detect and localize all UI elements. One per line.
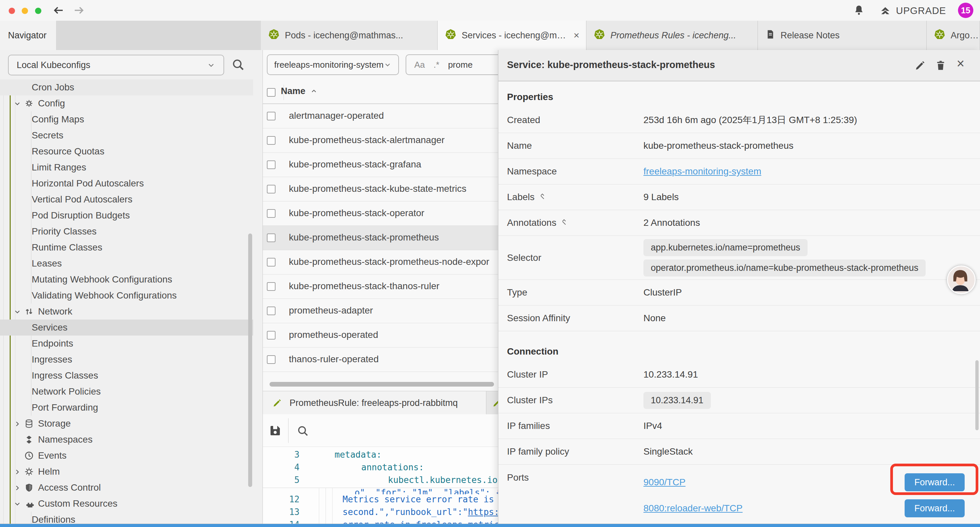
sidebar-item-runtime-classes[interactable]: Runtime Classes [0, 239, 253, 255]
sidebar-search-icon[interactable] [231, 57, 245, 72]
table-row[interactable]: kube-prometheus-stack-prometheus-node-ex… [263, 250, 498, 274]
upgrade-button[interactable]: UPGRADE [879, 5, 946, 17]
table-row[interactable]: kube-prometheus-stack-grafana [263, 153, 498, 177]
horizontal-scrollbar[interactable] [269, 382, 494, 387]
sidebar-item-network-policies[interactable]: Network Policies [0, 384, 253, 400]
dock-tab-next[interactable] [487, 391, 498, 415]
row-checkbox[interactable] [267, 161, 275, 169]
property-value: 10.233.14.91 [643, 362, 980, 387]
table-row[interactable]: prometheus-adapter [263, 299, 498, 323]
dock-tab-prometheusrule[interactable]: PrometheusRule: freeleaps-prod-rabbitmq [263, 391, 486, 415]
yaml-editor[interactable]: 3metadata:4annotations:5kubectl.kubernet… [263, 447, 498, 524]
row-checkbox[interactable] [267, 258, 275, 266]
tab-argo-se[interactable]: Argo Se [927, 21, 980, 50]
name-column-header[interactable]: Name [281, 86, 318, 96]
sidebar-item-access-control[interactable]: Access Control [0, 480, 253, 496]
sidebar-item-config-maps[interactable]: Config Maps [0, 111, 253, 127]
sidebar-item-validating-webhook-configurations[interactable]: Validating Webhook Configurations [0, 288, 253, 304]
sidebar-item-pod-disruption-budgets[interactable]: Pod Disruption Budgets [0, 207, 253, 223]
back-arrow-icon[interactable] [53, 4, 65, 16]
table-row[interactable]: kube-prometheus-stack-alertmanager [263, 128, 498, 153]
chevron-right-icon[interactable] [13, 420, 21, 428]
sidebar-scrollbar[interactable] [248, 234, 252, 487]
sidebar-item-network[interactable]: Network [0, 304, 253, 320]
chevron-right-icon[interactable] [13, 484, 21, 492]
row-checkbox[interactable] [267, 307, 275, 315]
avatar[interactable] [947, 266, 976, 294]
sidebar-item-definitions[interactable]: Definitions [0, 512, 253, 524]
sidebar-item-secrets[interactable]: Secrets [0, 127, 253, 143]
sidebar-item-endpoints[interactable]: Endpoints [0, 336, 253, 352]
regex-toggle[interactable]: .* [434, 60, 439, 70]
list-search-input[interactable]: Aa .* prome [406, 54, 498, 75]
runbook-link[interactable]: https://net [468, 507, 498, 517]
chevron-down-icon[interactable] [13, 307, 21, 315]
table-row[interactable]: prometheus-operated [263, 323, 498, 347]
table-row[interactable]: kube-prometheus-stack-kube-state-metrics [263, 177, 498, 201]
row-checkbox[interactable] [267, 209, 275, 218]
row-checkbox[interactable] [267, 355, 275, 364]
close-tab-icon[interactable]: × [573, 30, 579, 41]
forward-button[interactable]: Forward... [905, 499, 965, 517]
save-icon[interactable] [268, 424, 282, 439]
chevron-right-icon[interactable] [13, 468, 21, 476]
sidebar-item-namespaces[interactable]: Namespaces [0, 431, 253, 447]
sidebar-item-config[interactable]: Config [0, 96, 253, 111]
tab-pods-icecheng-mathmas[interactable]: Pods - icecheng@mathmas... [261, 21, 438, 50]
sidebar-item-port-forwarding[interactable]: Port Forwarding [0, 400, 253, 416]
forward-arrow-icon[interactable] [73, 4, 85, 16]
sidebar-item-events[interactable]: Events [0, 447, 253, 463]
maximize-window-button[interactable] [35, 8, 41, 14]
port-link[interactable]: 8080:reloader-web/TCP [643, 503, 743, 514]
table-row[interactable]: kube-prometheus-stack-prometheus [263, 226, 498, 250]
sidebar-item-storage[interactable]: Storage [0, 416, 253, 431]
sidebar-item-priority-classes[interactable]: Priority Classes [0, 223, 253, 239]
row-checkbox[interactable] [267, 282, 275, 291]
sort-toggle-icon[interactable] [539, 192, 546, 202]
namespace-link[interactable]: freeleaps-monitoring-system [643, 166, 761, 177]
edit-pencil-icon[interactable] [914, 59, 926, 72]
sidebar-item-custom-resources[interactable]: Custom Resources [0, 496, 253, 512]
property-row-session-affinity: Session AffinityNone [498, 306, 980, 331]
close-window-button[interactable] [9, 8, 15, 14]
tab-release-notes[interactable]: Release Notes [758, 21, 927, 50]
sidebar-item-horizontal-pod-autoscalers[interactable]: Horizontal Pod Autoscalers [0, 175, 253, 191]
table-row[interactable]: thanos-ruler-operated [263, 347, 498, 372]
notification-count-badge[interactable]: 15 [958, 3, 973, 18]
row-checkbox[interactable] [267, 136, 275, 145]
sidebar-item-ingresses[interactable]: Ingresses [0, 352, 253, 368]
select-all-checkbox[interactable] [267, 88, 275, 97]
tab-services-icecheng-math[interactable]: Services - icecheng@math...× [438, 21, 586, 50]
row-checkbox[interactable] [267, 185, 275, 193]
row-checkbox[interactable] [267, 331, 275, 339]
table-row[interactable]: kube-prometheus-stack-operator [263, 201, 498, 226]
sidebar-item-helm[interactable]: Helm [0, 463, 253, 480]
delete-trash-icon[interactable] [935, 59, 947, 72]
sidebar-item-limit-ranges[interactable]: Limit Ranges [0, 159, 253, 175]
chevron-down-icon[interactable] [13, 500, 21, 508]
chevron-down-icon[interactable] [13, 99, 21, 107]
notifications-bell-icon[interactable] [853, 4, 865, 17]
port-link[interactable]: 9090/TCP [643, 477, 686, 488]
match-case-toggle[interactable]: Aa [414, 60, 425, 70]
table-row[interactable]: alertmanager-operated [263, 104, 498, 128]
sidebar-item-mutating-webhook-configurations[interactable]: Mutating Webhook Configurations [0, 272, 253, 288]
table-row[interactable]: kube-prometheus-stack-thanos-ruler [263, 274, 498, 299]
editor-search-icon[interactable] [296, 424, 310, 439]
tab-prometheus-rules-icecheng[interactable]: Prometheus Rules - icecheng... [586, 21, 758, 50]
minimize-window-button[interactable] [22, 8, 28, 14]
sidebar-item-services[interactable]: Services [0, 320, 253, 336]
sidebar-item-vertical-pod-autoscalers[interactable]: Vertical Pod Autoscalers [0, 191, 253, 207]
sidebar-item-ingress-classes[interactable]: Ingress Classes [0, 368, 253, 384]
close-icon[interactable]: × [957, 56, 969, 68]
namespace-filter-select[interactable]: freeleaps-monitoring-system [267, 54, 399, 75]
sort-toggle-icon[interactable] [560, 218, 568, 228]
kubeconfig-select[interactable]: Local Kubeconfigs [8, 55, 224, 75]
navigator-panel-tab[interactable]: Navigator [0, 21, 56, 50]
detail-scrollbar[interactable] [975, 360, 978, 430]
sidebar-item-resource-quotas[interactable]: Resource Quotas [0, 143, 253, 159]
sidebar-item-leases[interactable]: Leases [0, 255, 253, 272]
row-checkbox[interactable] [267, 234, 275, 242]
sidebar-item-cron-jobs[interactable]: Cron Jobs [0, 80, 253, 96]
row-checkbox[interactable] [267, 112, 275, 120]
